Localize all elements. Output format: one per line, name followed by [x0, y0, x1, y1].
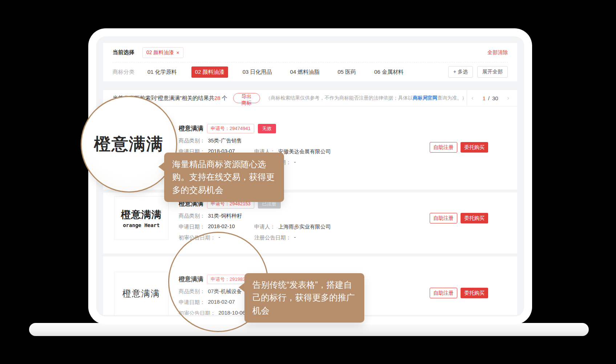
field-line: 申请日期：2018-02-10 申请人：上海雨步实业有限公司 [179, 223, 517, 231]
application-number-value: 29474941 [230, 126, 251, 131]
table-row: 橙意满满 orange Heart 橙意满满 申请号：29482153 已注册 … [103, 193, 517, 254]
results-disclaimer: （商标检索结果仅供参考，不作为商标能否注册的法律依据；具体以商标局官网查询为准。… [266, 95, 467, 101]
field-label: 注册公告日期： [254, 234, 291, 242]
field-label: 商品类别： [179, 137, 205, 145]
total-pages: 30 [492, 95, 498, 101]
category-item-03[interactable]: 03 日化用品 [239, 66, 276, 78]
results-header: 当前分类下检索到“橙意满满”相关的结果共28 个 导出商标 （商标检索结果仅供参… [103, 90, 517, 106]
current-page: 1 [482, 95, 485, 101]
feature-tooltip: 海量精品商标资源随心选购。支持在线交易，获得更多的交易机会 [164, 153, 284, 202]
trademark-image-text: 橙意满满 [121, 208, 162, 221]
results-count: 28 [214, 95, 220, 101]
field-value: - [294, 159, 296, 166]
trademark-office-link[interactable]: 商标局官网 [413, 95, 438, 101]
entrust-purchase-button[interactable]: 委托购买 [461, 142, 488, 153]
trademark-image[interactable]: 橙意满满 orange Heart [114, 196, 169, 240]
row-actions: 自助注册 委托购买 [430, 213, 488, 223]
category-row: 商标分类 01 化学原料 02 颜料油漆 03 日化用品 04 燃料油脂 05 … [113, 62, 508, 81]
multi-select-button[interactable]: + 多选 [448, 66, 473, 78]
disclaimer-text-post: 查询为准。） [437, 95, 467, 101]
field-value: 35类-广告销售 [208, 137, 242, 145]
field-value: 2018-02-10 [208, 223, 235, 231]
row-actions: 自助注册 委托购买 [430, 142, 488, 153]
export-trademarks-button[interactable]: 导出商标 [233, 93, 260, 103]
disclaimer-text-pre: （商标检索结果仅供参考，不作为商标能否注册的法律依据；具体以 [266, 95, 413, 101]
field-value: - [294, 234, 296, 242]
row-actions: 自助注册 委托购买 [430, 288, 488, 298]
expand-all-button[interactable]: 展开全部 [477, 66, 508, 78]
feature-tooltip: 告别传统“发表格”，搭建自己的标行，获得更多的推广机会 [244, 273, 364, 323]
trademark-name: 橙意满满 [179, 124, 203, 133]
current-selection-row: 当前选择 02 颜料油漆 × 全部清除 [113, 43, 508, 62]
magnified-trademark-text: 橙意满满 [94, 133, 164, 155]
application-number-label: 申请号： [211, 126, 230, 131]
remove-filter-icon[interactable]: × [176, 50, 179, 56]
field-label: 商品类别： [179, 213, 205, 220]
self-register-button[interactable]: 自助注册 [430, 288, 457, 298]
page-indicator: 1 / 30 [482, 95, 498, 101]
field-value: 上海雨步实业有限公司 [278, 223, 331, 231]
status-badge: 无效 [258, 124, 276, 133]
row-separator [103, 254, 517, 256]
page-background: 当前选择 02 颜料油漆 × 全部清除 商标分类 01 化学原料 02 颜料油漆… [0, 0, 616, 364]
category-item-01[interactable]: 01 化学原料 [144, 66, 181, 78]
self-register-button[interactable]: 自助注册 [430, 142, 457, 153]
trademark-image-text: 橙意满满 [122, 288, 160, 299]
clear-all-link[interactable]: 全部清除 [487, 49, 508, 56]
prev-page-icon[interactable]: ‹ [471, 94, 474, 102]
pagination: ‹ 1 / 30 › [467, 94, 514, 102]
category-label: 商标分类 [113, 69, 134, 76]
trademark-image[interactable]: 橙意满满 [114, 272, 169, 315]
page-separator: / [488, 95, 490, 101]
title-line: 橙意满满 申请号：29474941 无效 [179, 123, 517, 134]
current-selection-label: 当前选择 [113, 49, 134, 56]
field-label: 申请人： [254, 223, 275, 231]
selected-filter-tag[interactable]: 02 颜料油漆 × [142, 47, 183, 58]
trademark-image-subtext: orange Heart [123, 222, 159, 228]
category-item-05[interactable]: 05 医药 [334, 66, 360, 78]
entrust-purchase-button[interactable]: 委托购买 [461, 213, 488, 223]
field-value: 31类-饲料种籽 [208, 213, 242, 220]
category-item-06[interactable]: 06 金属材料 [370, 66, 407, 78]
self-register-button[interactable]: 自助注册 [430, 213, 457, 223]
entrust-purchase-button[interactable]: 委托购买 [461, 288, 488, 298]
field-value: 安徽美达会展有限公司 [278, 148, 331, 155]
next-page-icon[interactable]: › [507, 94, 509, 102]
application-number-tag: 申请号：29474941 [207, 124, 254, 133]
magnifier-circle: 橙意满满 [81, 96, 177, 193]
category-item-04[interactable]: 04 燃料油脂 [287, 66, 323, 78]
field-label: 申请日期： [179, 223, 205, 231]
laptop-base [29, 323, 589, 336]
filter-panel: 当前选择 02 颜料油漆 × 全部清除 商标分类 01 化学原料 02 颜料油漆… [103, 43, 517, 81]
selected-filter-tag-label: 02 颜料油漆 [146, 49, 174, 56]
category-item-02-selected[interactable]: 02 颜料油漆 [191, 66, 228, 78]
results-summary-suffix: 个 [222, 95, 227, 101]
